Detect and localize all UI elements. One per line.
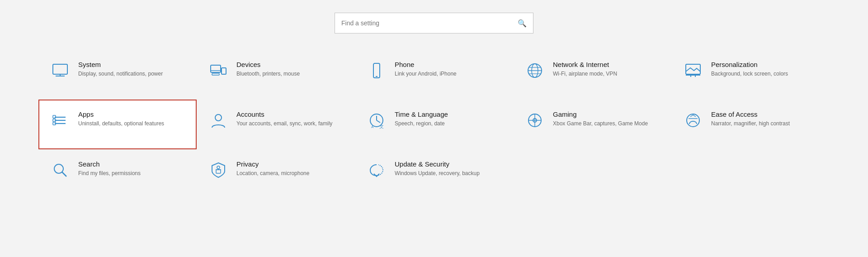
settings-subtitle-personalization: Background, lock screen, colors <box>711 70 788 78</box>
settings-title-accounts: Accounts <box>236 110 332 118</box>
personalization-icon <box>681 61 705 80</box>
settings-title-system: System <box>78 61 163 68</box>
settings-text-personalization: Personalization Background, lock screen,… <box>711 61 788 78</box>
settings-title-personalization: Personalization <box>711 61 788 68</box>
search-icon: 🔍 <box>518 19 527 28</box>
settings-title-gaming: Gaming <box>553 110 648 118</box>
search-input[interactable] <box>341 19 518 27</box>
svg-rect-39 <box>216 170 221 173</box>
settings-text-ease: Ease of Access Narrator, magnifier, high… <box>711 110 790 128</box>
settings-item-privacy[interactable]: Privacy Location, camera, microphone <box>197 149 355 199</box>
settings-item-update[interactable]: Update & Security Windows Update, recove… <box>355 149 513 199</box>
settings-text-phone: Phone Link your Android, iPhone <box>395 61 457 78</box>
time-icon: A文 <box>365 110 388 129</box>
settings-subtitle-system: Display, sound, notifications, power <box>78 70 163 78</box>
settings-item-system[interactable]: System Display, sound, notifications, po… <box>38 50 197 100</box>
settings-subtitle-accounts: Your accounts, email, sync, work, family <box>236 120 332 128</box>
settings-title-network: Network & Internet <box>553 61 617 68</box>
system-icon <box>48 61 72 80</box>
settings-subtitle-update: Windows Update, recovery, backup <box>395 170 480 177</box>
settings-title-time: Time & Language <box>395 110 448 118</box>
svg-rect-6 <box>212 73 219 75</box>
network-icon <box>523 61 547 80</box>
settings-text-system: System Display, sound, notifications, po… <box>78 61 163 78</box>
svg-point-24 <box>215 114 222 121</box>
svg-rect-0 <box>53 64 67 74</box>
settings-text-privacy: Privacy Location, camera, microphone <box>236 160 309 177</box>
settings-subtitle-phone: Link your Android, iPhone <box>395 70 457 78</box>
settings-text-update: Update & Security Windows Update, recove… <box>395 160 480 177</box>
settings-item-gaming[interactable]: Gaming Xbox Game Bar, captures, Game Mod… <box>513 100 671 149</box>
settings-subtitle-ease: Narrator, magnifier, high contrast <box>711 120 790 128</box>
settings-subtitle-gaming: Xbox Game Bar, captures, Game Mode <box>553 120 648 128</box>
svg-point-40 <box>217 166 220 169</box>
settings-item-time[interactable]: A文 Time & Language Speech, region, date <box>355 100 513 149</box>
settings-subtitle-privacy: Location, camera, microphone <box>236 170 309 177</box>
svg-text:文: 文 <box>379 124 384 129</box>
search-bar-container[interactable]: 🔍 <box>335 13 533 33</box>
svg-rect-3 <box>211 65 221 72</box>
devices-icon <box>207 61 230 80</box>
settings-subtitle-devices: Bluetooth, printers, mouse <box>236 70 300 78</box>
svg-line-27 <box>377 120 380 123</box>
settings-item-ease[interactable]: Ease of Access Narrator, magnifier, high… <box>671 100 830 149</box>
settings-item-search[interactable]: Search Find my files, permissions <box>38 149 197 199</box>
settings-title-update: Update & Security <box>395 160 480 168</box>
settings-title-devices: Devices <box>236 61 300 68</box>
settings-grid: System Display, sound, notifications, po… <box>38 50 830 199</box>
svg-line-37 <box>62 172 66 176</box>
privacy-icon <box>207 160 230 179</box>
settings-item-network[interactable]: Network & Internet Wi-Fi, airplane mode,… <box>513 50 671 100</box>
settings-text-gaming: Gaming Xbox Game Bar, captures, Game Mod… <box>553 110 648 128</box>
svg-text:A: A <box>371 125 374 129</box>
settings-title-privacy: Privacy <box>236 160 309 168</box>
settings-item-accounts[interactable]: Accounts Your accounts, email, sync, wor… <box>197 100 355 149</box>
settings-text-accounts: Accounts Your accounts, email, sync, wor… <box>236 110 332 128</box>
svg-point-34 <box>687 114 699 127</box>
settings-text-search: Search Find my files, permissions <box>78 160 141 177</box>
phone-icon <box>365 61 388 80</box>
settings-text-network: Network & Internet Wi-Fi, airplane mode,… <box>553 61 617 78</box>
gaming-icon <box>523 110 547 129</box>
settings-page: 🔍 System Display, sound, notifications, … <box>0 0 868 217</box>
settings-text-time: Time & Language Speech, region, date <box>395 110 448 128</box>
settings-subtitle-network: Wi-Fi, airplane mode, VPN <box>553 70 617 78</box>
settings-subtitle-search: Find my files, permissions <box>78 170 141 177</box>
settings-item-apps[interactable]: Apps Uninstall, defaults, optional featu… <box>38 100 197 149</box>
search-bar-wrapper: 🔍 <box>36 13 832 33</box>
accounts-icon <box>207 110 230 129</box>
settings-item-personalization[interactable]: Personalization Background, lock screen,… <box>671 50 830 100</box>
settings-subtitle-time: Speech, region, date <box>395 120 448 128</box>
settings-text-apps: Apps Uninstall, defaults, optional featu… <box>78 110 164 128</box>
settings-item-phone[interactable]: Phone Link your Android, iPhone <box>355 50 513 100</box>
settings-title-search: Search <box>78 160 141 168</box>
settings-subtitle-apps: Uninstall, defaults, optional features <box>78 120 164 128</box>
settings-item-devices[interactable]: Devices Bluetooth, printers, mouse <box>197 50 355 100</box>
svg-rect-4 <box>222 68 226 74</box>
svg-rect-7 <box>373 63 380 78</box>
ease-icon <box>681 110 705 129</box>
search-icon <box>48 160 72 179</box>
apps-icon <box>48 110 72 129</box>
settings-title-ease: Ease of Access <box>711 110 790 118</box>
settings-title-phone: Phone <box>395 61 457 68</box>
update-icon <box>365 160 388 179</box>
settings-title-apps: Apps <box>78 110 164 118</box>
settings-text-devices: Devices Bluetooth, printers, mouse <box>236 61 300 78</box>
